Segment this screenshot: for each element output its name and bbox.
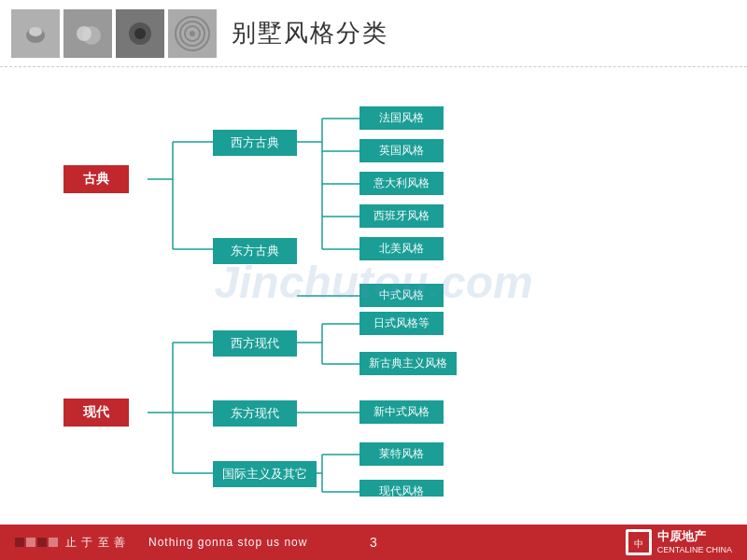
node-dongfanggudian: 东方古典 (213, 238, 297, 264)
svg-point-5 (77, 26, 92, 41)
leaf-yingguo: 英国风格 (359, 139, 444, 162)
main-content: Jinchutou.com (0, 67, 747, 497)
leaf-yidali: 意大利风格 (359, 172, 444, 195)
logo-text: 中原地产 CENTALINE CHINA (657, 529, 732, 556)
footer-decoration (15, 538, 58, 547)
leaf-beimei: 北美风格 (359, 237, 444, 260)
node-gujian: 古典 (63, 165, 129, 193)
leaf-xibanya: 西班牙风格 (359, 204, 444, 228)
footer-sq-4 (49, 538, 58, 547)
node-guoji-label: 国际主义及其它 (213, 461, 317, 487)
svg-point-8 (134, 28, 146, 39)
node-dongfangxiandai-label: 东方现代 (213, 400, 297, 427)
footer-motto: Nothing gonna stop us now (148, 536, 307, 549)
footer-sq-1 (15, 538, 24, 547)
footer-left: 止 于 至 善 Nothing gonna stop us now (15, 535, 626, 551)
node-gujian-label: 古典 (63, 165, 129, 193)
leaf-faguo: 法国风格 (359, 106, 444, 130)
leaf-rishi: 日式风格等 (359, 312, 444, 335)
node-xiandai-label: 现代 (63, 399, 129, 427)
header-img-4 (168, 9, 217, 58)
node-dongfangxiandai: 东方现代 (213, 400, 297, 427)
leaf-xinzhongshi: 新中式风格 (359, 400, 444, 424)
svg-point-13 (190, 31, 195, 36)
leaf-xiandai: 现代风格 (359, 480, 444, 497)
footer: 止 于 至 善 Nothing gonna stop us now 3 中 中原… (0, 525, 747, 560)
logo-en: CENTALINE CHINA (657, 545, 732, 556)
header-img-1 (11, 9, 60, 58)
leaf-zhongshi: 中式风格 (359, 284, 444, 307)
page-title: 别墅风格分类 (232, 17, 388, 49)
node-dongfanggudian-label: 东方古典 (213, 238, 297, 264)
svg-text:中: 中 (634, 539, 643, 549)
footer-page: 3 (370, 535, 377, 550)
node-xifangxiandai-label: 西方现代 (213, 330, 297, 357)
footer-sq-2 (26, 538, 35, 547)
header: 别墅风格分类 (0, 0, 747, 67)
header-images (11, 9, 217, 58)
leaf-laite: 莱特风格 (359, 442, 444, 466)
tree-lines (0, 67, 747, 497)
footer-logo: 中 中原地产 CENTALINE CHINA (626, 529, 732, 556)
node-guoji: 国际主义及其它 (213, 461, 317, 487)
logo-cn: 中原地产 (657, 529, 732, 545)
footer-motto-prefix: 止 于 至 善 (65, 535, 126, 551)
node-xifanggudian-label: 西方古典 (213, 130, 297, 156)
footer-sq-3 (37, 538, 47, 547)
svg-point-2 (29, 27, 42, 36)
header-img-3 (116, 9, 164, 58)
node-xifanggudian: 西方古典 (213, 130, 297, 156)
node-xifangxiandai: 西方现代 (213, 330, 297, 357)
node-xiandai: 现代 (63, 399, 129, 427)
leaf-xingudian: 新古典主义风格 (359, 352, 457, 375)
header-img-2 (63, 9, 112, 58)
logo-icon: 中 (626, 529, 652, 555)
